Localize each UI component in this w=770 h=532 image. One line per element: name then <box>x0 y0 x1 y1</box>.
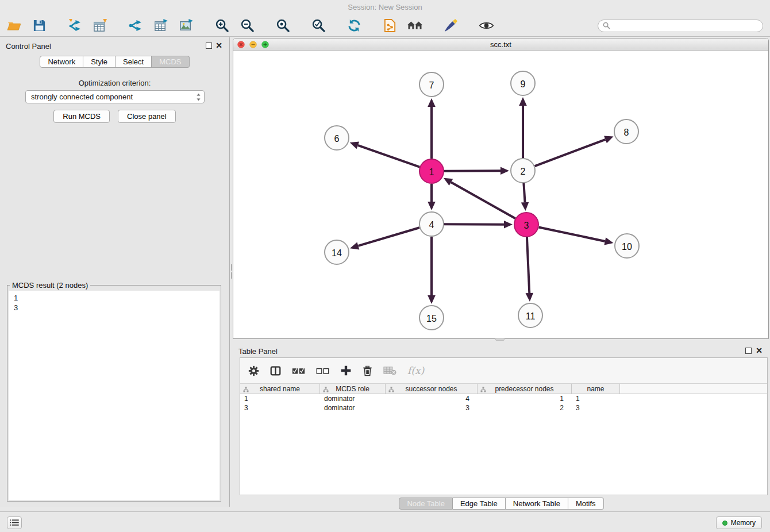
zoom-in-icon[interactable] <box>214 18 230 34</box>
table-toolbar: f(x) <box>240 358 767 383</box>
apply-layout-icon[interactable] <box>346 18 362 34</box>
graph-edge-3-11[interactable] <box>527 237 529 293</box>
float-window-icon[interactable] <box>745 348 752 354</box>
table-cell-predecessor[interactable]: 2 <box>478 403 572 413</box>
table-cell-predecessor[interactable]: 1 <box>478 394 572 403</box>
edge-arrowhead <box>604 136 613 143</box>
column-header-filler <box>620 384 767 394</box>
table-cell-mcds_role[interactable]: dominator <box>320 394 386 403</box>
export-image-icon[interactable] <box>178 18 194 34</box>
tab-edge-table[interactable]: Edge Table <box>453 498 506 510</box>
horizontal-splitter-handle[interactable] <box>495 338 505 341</box>
edge-arrowhead <box>521 202 529 211</box>
tab-motifs[interactable]: Motifs <box>568 498 604 510</box>
graph-edge-1-6[interactable] <box>358 145 419 167</box>
edge-arrowhead <box>519 97 527 106</box>
network-canvas-svg[interactable]: 7968124314101511 <box>233 51 768 338</box>
mcds-result-group: MCDS result (2 nodes) 1 3 <box>7 281 221 502</box>
criterion-select[interactable]: strongly connected component <box>25 90 205 103</box>
zoom-out-icon[interactable] <box>239 18 255 34</box>
graph-edge-4-3[interactable] <box>444 224 504 225</box>
home-icon[interactable] <box>407 18 423 34</box>
deselect-all-columns-icon[interactable] <box>316 366 329 376</box>
eye-icon[interactable] <box>478 18 494 34</box>
export-table-icon[interactable] <box>153 18 169 34</box>
close-icon[interactable]: ✕ <box>215 41 222 50</box>
optimization-criterion-label: Optimization criterion: <box>0 79 229 87</box>
table-cell-mcds_role[interactable]: dominator <box>320 403 386 413</box>
function-builder-icon[interactable]: f(x) <box>407 365 424 376</box>
mcds-result-title: MCDS result (2 nodes) <box>10 281 90 290</box>
column-header-mcds-role[interactable]: MCDS role <box>320 384 386 394</box>
table-row[interactable]: 1dominator411 <box>240 394 767 403</box>
graph-edge-4-14[interactable] <box>358 228 419 246</box>
status-bar: Memory <box>0 511 770 532</box>
zoom-selected-icon[interactable] <box>310 18 326 34</box>
graph-edge-2-3[interactable] <box>523 183 525 202</box>
table-cell-successor[interactable]: 4 <box>386 394 478 403</box>
tab-network-table[interactable]: Network Table <box>506 498 568 510</box>
search-input[interactable] <box>598 20 763 32</box>
column-header-name[interactable]: name <box>572 384 620 394</box>
graph-node-label: 10 <box>622 242 632 252</box>
select-all-columns-icon[interactable] <box>292 366 305 376</box>
edge-arrowhead <box>428 202 436 210</box>
style-brush-icon[interactable] <box>442 18 459 34</box>
float-window-icon[interactable] <box>206 43 212 49</box>
graph-edge-1-2[interactable] <box>444 171 500 171</box>
delete-column-icon[interactable] <box>363 365 372 376</box>
graph-node-label: 7 <box>429 80 434 90</box>
close-panel-button[interactable]: Close panel <box>118 110 176 123</box>
edge-arrowhead <box>428 295 436 304</box>
tab-node-table[interactable]: Node Table <box>399 498 453 510</box>
task-history-button[interactable] <box>7 516 22 529</box>
table-cell-successor[interactable]: 3 <box>386 403 478 413</box>
table-row[interactable]: 3dominator323 <box>240 403 767 413</box>
network-view-window: scc.txt 7968124314101511 <box>233 38 769 339</box>
network-window-titlebar[interactable]: scc.txt <box>233 38 768 51</box>
save-session-icon[interactable] <box>31 18 47 34</box>
graph-edge-3-10[interactable] <box>539 228 605 241</box>
graph-node-label: 6 <box>334 134 340 144</box>
memory-button[interactable]: Memory <box>716 516 762 529</box>
edge-arrowhead <box>525 293 533 302</box>
graph-edge-2-8[interactable] <box>535 140 606 166</box>
chevron-up-down-icon <box>196 92 201 102</box>
add-column-icon[interactable] <box>340 365 352 376</box>
window-titlebar: Session: New Session <box>0 0 770 15</box>
table-panel-tabs: Node Table Edge Table Network Table Moti… <box>233 498 770 510</box>
table-cell-name[interactable]: 1 <box>572 394 620 403</box>
open-folder-icon[interactable] <box>6 18 22 34</box>
tab-mcds[interactable]: MCDS <box>152 56 189 68</box>
column-header-successor-nodes[interactable]: successor nodes <box>386 384 478 394</box>
show-columns-icon[interactable] <box>270 365 281 376</box>
column-header-shared-name[interactable]: shared name <box>240 384 320 394</box>
run-mcds-button[interactable]: Run MCDS <box>53 110 110 123</box>
graph-node-label: 11 <box>526 311 536 321</box>
fx-label: f(x) <box>407 365 424 376</box>
sort-icon <box>243 386 249 394</box>
graph-edge-3-1[interactable] <box>451 182 515 218</box>
tab-style[interactable]: Style <box>83 56 116 68</box>
table-cell-shared_name[interactable]: 3 <box>240 403 320 413</box>
export-network-icon[interactable] <box>128 18 144 34</box>
delete-table-icon[interactable] <box>383 365 396 376</box>
table-cell-name[interactable]: 3 <box>572 403 620 413</box>
column-header-predecessor-nodes[interactable]: predecessor nodes <box>478 384 572 394</box>
gear-icon[interactable] <box>248 365 259 376</box>
network-window-title: scc.txt <box>233 40 768 49</box>
edge-arrowhead <box>428 98 436 107</box>
network-file-icon[interactable] <box>382 18 398 34</box>
graph-node-label: 1 <box>429 167 434 177</box>
import-network-file-icon[interactable] <box>67 18 83 34</box>
import-table-file-icon[interactable] <box>92 18 108 34</box>
graph-node-label: 3 <box>524 221 529 230</box>
tab-select[interactable]: Select <box>116 56 152 68</box>
edge-arrowhead <box>500 167 509 175</box>
zoom-fit-icon[interactable] <box>275 18 291 34</box>
close-icon[interactable]: ✕ <box>756 346 763 355</box>
table-cell-shared_name[interactable]: 1 <box>240 394 320 403</box>
edge-arrowhead <box>350 142 359 149</box>
mcds-result-list[interactable]: 1 3 <box>9 291 220 500</box>
tab-network[interactable]: Network <box>40 56 83 68</box>
